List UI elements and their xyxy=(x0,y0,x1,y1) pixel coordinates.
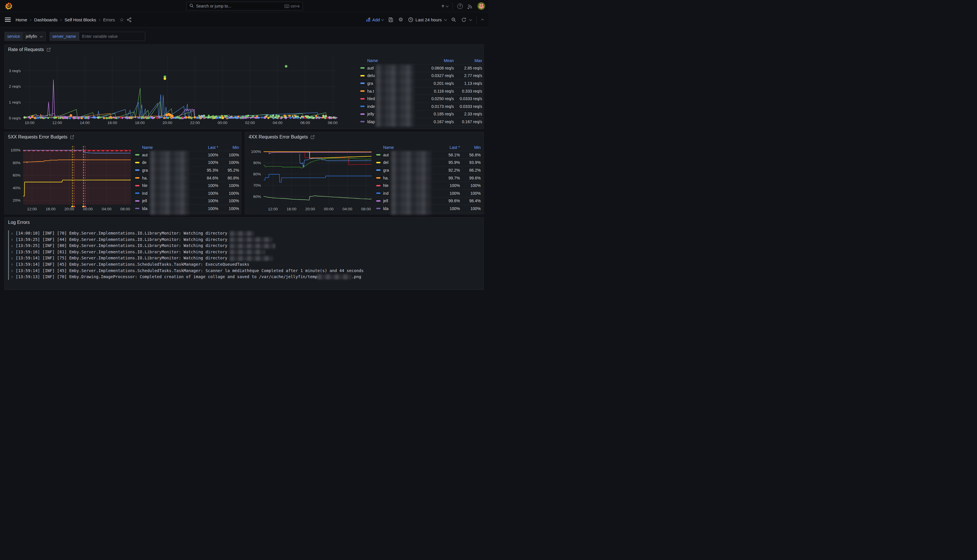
new-button[interactable]: + xyxy=(441,3,448,10)
chevron-right-icon[interactable]: › xyxy=(11,230,13,236)
chevron-right-icon[interactable]: › xyxy=(11,268,13,273)
redaction-overlay xyxy=(376,65,414,127)
log-lines: › [14:00:10] [INF] [70] Emby.Server.Impl… xyxy=(8,230,481,280)
breadcrumb-home[interactable]: Home xyxy=(16,17,27,22)
chevron-right-icon[interactable]: › xyxy=(11,255,13,261)
divider xyxy=(476,16,477,23)
avatar[interactable] xyxy=(478,2,485,10)
chevron-right-icon[interactable]: › xyxy=(11,249,13,255)
series-color-pill xyxy=(135,200,139,202)
log-level-bar xyxy=(8,262,9,268)
svg-text:70%: 70% xyxy=(253,183,261,188)
time-range-picker[interactable]: Last 24 hours xyxy=(408,17,446,22)
series-color-pill xyxy=(376,208,381,209)
help-icon[interactable]: ? xyxy=(457,3,463,9)
log-row[interactable]: › [13:59:13] [INF] [70] Emby.Drawing.Ima… xyxy=(8,274,481,280)
series-color-pill xyxy=(360,98,365,100)
svg-text:08:00: 08:00 xyxy=(361,207,371,211)
legend-col-3[interactable]: Min xyxy=(218,145,239,150)
svg-text:60%: 60% xyxy=(253,195,261,199)
svg-text:80%: 80% xyxy=(13,161,20,165)
svg-text:60%: 60% xyxy=(13,173,20,177)
refresh-button[interactable] xyxy=(461,17,471,22)
log-row[interactable]: › [13:59:25] [INF] [80] Emby.Server.Impl… xyxy=(8,243,481,249)
chevron-right-icon[interactable]: › xyxy=(11,243,13,249)
keyboard-icon xyxy=(284,4,289,8)
series-color-pill xyxy=(376,185,381,187)
collapse-toolbar-icon[interactable] xyxy=(482,19,484,21)
save-icon[interactable] xyxy=(388,17,393,22)
grafana-logo[interactable] xyxy=(5,2,13,10)
zoom-out-icon[interactable] xyxy=(451,17,456,22)
svg-text:22:00: 22:00 xyxy=(190,121,200,125)
svg-text:100%: 100% xyxy=(251,150,261,154)
svg-text:40%: 40% xyxy=(13,186,20,190)
search-input[interactable]: Search or jump to... ctrl+k xyxy=(186,2,303,10)
breadcrumb: Home › Dashboards › Self Host Blocks › E… xyxy=(16,17,132,23)
svg-text:10:00: 10:00 xyxy=(25,121,35,125)
series-color-pill xyxy=(135,208,139,209)
svg-text:04:00: 04:00 xyxy=(342,207,352,211)
dashboard-toolbar: Home › Dashboards › Self Host Blocks › E… xyxy=(0,12,489,27)
series-color-pill xyxy=(360,106,365,107)
svg-text:14:00: 14:00 xyxy=(80,121,90,125)
panel-title[interactable]: Log Errors xyxy=(8,220,30,225)
search-placeholder: Search or jump to... xyxy=(196,4,282,8)
series-color-pill xyxy=(376,154,381,155)
svg-text:04:00: 04:00 xyxy=(102,207,112,211)
svg-text:100%: 100% xyxy=(10,148,20,152)
log-level-bar xyxy=(8,230,9,237)
legend-col-3[interactable]: Min xyxy=(460,145,481,150)
chevron-right-icon[interactable]: › xyxy=(11,274,13,280)
legend-col-name[interactable]: Name xyxy=(142,145,196,150)
chevron-right-icon[interactable]: › xyxy=(11,262,13,267)
legend-col-2[interactable]: Last * xyxy=(438,145,460,150)
breadcrumb-current: Errors xyxy=(103,17,115,22)
svg-text:08:00: 08:00 xyxy=(120,207,130,211)
redaction-block xyxy=(230,256,273,261)
redaction-block xyxy=(230,250,265,255)
breadcrumb-dashboards[interactable]: Dashboards xyxy=(34,17,57,22)
log-row[interactable]: › [13:59:14] [INF] [45] Emby.Server.Impl… xyxy=(8,262,481,268)
series-color-pill xyxy=(376,200,381,202)
series-color-pill xyxy=(135,162,139,163)
settings-gear-icon[interactable]: ⚙ xyxy=(398,17,403,23)
breadcrumb-folder[interactable]: Self Host Blocks xyxy=(65,17,96,22)
svg-text:02:00: 02:00 xyxy=(245,121,255,125)
svg-text:00:00: 00:00 xyxy=(83,207,93,211)
variable-server-input[interactable]: Enter variable value xyxy=(79,32,145,41)
variable-service-select[interactable]: jellyfin xyxy=(23,32,46,41)
news-icon[interactable] xyxy=(468,3,473,9)
share-icon[interactable] xyxy=(127,17,132,22)
series-color-pill xyxy=(360,83,365,84)
log-row[interactable]: › [13:59:25] [INF] [44] Emby.Server.Impl… xyxy=(8,237,481,243)
log-row[interactable]: › [13:59:16] [INF] [61] Emby.Server.Impl… xyxy=(8,249,481,255)
svg-text:20:00: 20:00 xyxy=(305,207,315,211)
series-color-pill xyxy=(135,177,139,178)
legend-col-2[interactable]: Last * xyxy=(196,145,218,150)
legend-col-3[interactable]: Max xyxy=(454,58,482,63)
star-icon[interactable]: ☆ xyxy=(120,17,124,23)
log-row[interactable]: › [13:59:14] [INF] [75] Emby.Server.Impl… xyxy=(8,255,481,262)
series-color-pill xyxy=(360,121,365,122)
panel-4xx-error-budgets: 4XX Requests Error Budgets 60%70%80%90%1… xyxy=(245,132,484,214)
svg-text:00:00: 00:00 xyxy=(324,207,334,211)
add-panel-icon xyxy=(366,18,371,22)
svg-text:90%: 90% xyxy=(253,161,261,165)
chevron-right-icon[interactable]: › xyxy=(11,237,13,242)
menu-toggle-icon[interactable] xyxy=(5,17,11,22)
add-button[interactable]: Add xyxy=(366,17,383,22)
dashboard-content: service jellyfin server_name Enter varia… xyxy=(0,28,489,280)
log-row[interactable]: › [14:00:10] [INF] [70] Emby.Server.Impl… xyxy=(8,230,481,237)
svg-text:1 req/s: 1 req/s xyxy=(9,100,21,105)
panel-5xx-error-budgets: 5XX Requests Error Budgets 20%40%60%80%1… xyxy=(4,132,241,214)
shortcut-hint: ctrl+k xyxy=(284,4,300,8)
legend-col-2[interactable]: Mean xyxy=(421,58,454,63)
legend-col-name[interactable]: Name xyxy=(367,58,421,63)
series-color-pill xyxy=(135,185,139,187)
log-level-bar xyxy=(8,237,9,243)
series-color-pill xyxy=(135,154,139,155)
legend-col-name[interactable]: Name xyxy=(383,145,438,150)
series-color-pill xyxy=(376,162,381,163)
log-row[interactable]: › [13:59:14] [INF] [45] Emby.Server.Impl… xyxy=(8,267,481,274)
